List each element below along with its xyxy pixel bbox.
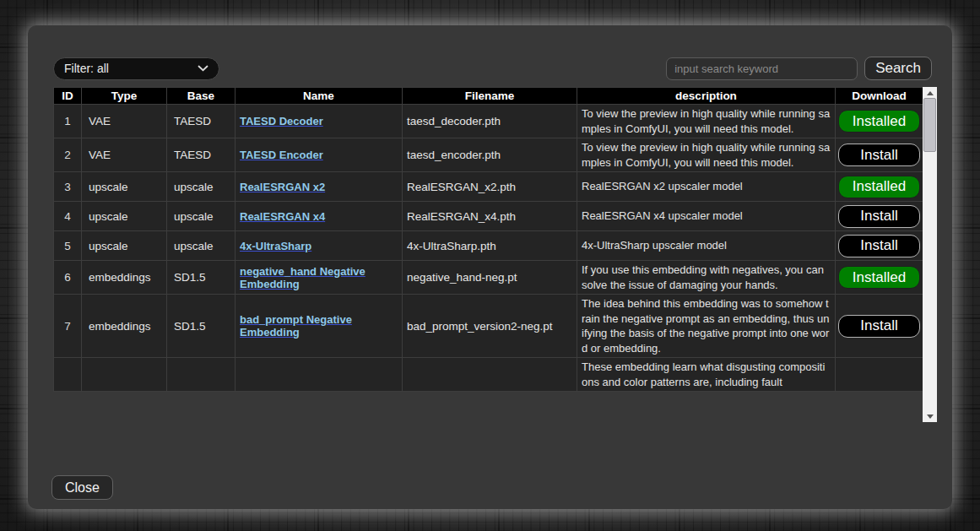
row-description-cell: 4x-UltraSharp upscaler model (577, 231, 836, 261)
model-name-link[interactable]: RealESRGAN x4 (240, 210, 325, 223)
model-name-link[interactable]: TAESD Encoder (240, 149, 323, 161)
row-filename-cell: taesd_decoder.pth (403, 105, 577, 138)
row-base-cell: SD1.5 (167, 295, 236, 358)
chevron-down-icon (198, 65, 208, 72)
column-header-id: ID (54, 88, 82, 105)
table-row: 4upscaleupscaleRealESRGAN x4RealESRGAN_x… (54, 202, 923, 231)
close-button[interactable]: Close (51, 475, 113, 500)
column-header-name: Name (236, 88, 403, 105)
dialog-topbar: Filter: all Search (53, 57, 932, 80)
row-description-cell: These embedding learn what disgusting co… (577, 358, 836, 392)
row-type-cell (82, 358, 167, 392)
row-id-cell: 5 (54, 231, 82, 261)
row-type-cell: VAE (82, 105, 167, 138)
row-download-cell: Installed (836, 105, 923, 138)
model-table-area: IDTypeBaseNameFilenamedescriptionDownloa… (53, 87, 937, 422)
table-row: 2VAETAESDTAESD Encodertaesd_encoder.pthT… (54, 138, 923, 172)
model-table-viewport: IDTypeBaseNameFilenamedescriptionDownloa… (53, 87, 923, 422)
column-header-description: description (577, 88, 836, 105)
installed-button[interactable]: Installed (838, 176, 920, 198)
row-filename-cell: bad_prompt_version2-neg.pt (403, 295, 577, 358)
row-base-cell (167, 358, 236, 392)
filter-select-value: Filter: all (64, 62, 109, 75)
scrollbar-track[interactable] (923, 87, 937, 422)
row-name-cell: 4x-UltraSharp (236, 231, 403, 261)
column-header-filename: Filename (403, 88, 577, 105)
row-name-cell: TAESD Decoder (236, 105, 403, 138)
row-id-cell: 7 (54, 295, 82, 358)
model-manager-dialog: Filter: all Search IDTypeBaseNameFilenam… (28, 25, 952, 509)
install-button[interactable]: Install (838, 205, 920, 228)
table-row: 5upscaleupscale4x-UltraSharp4x-UltraShar… (54, 231, 923, 261)
scrollbar-up-icon[interactable] (923, 87, 937, 99)
column-header-download: Download (836, 88, 923, 105)
search-input[interactable] (666, 57, 858, 80)
row-id-cell (54, 358, 82, 392)
row-download-cell: Install (836, 295, 923, 358)
row-download-cell: Install (836, 231, 923, 261)
row-description-cell: RealESRGAN x4 upscaler model (577, 202, 836, 231)
model-name-link[interactable]: TAESD Decoder (240, 115, 323, 127)
row-download-cell: Installed (836, 261, 923, 295)
row-type-cell: upscale (82, 172, 167, 202)
model-name-link[interactable]: negative_hand Negative Embedding (240, 265, 365, 290)
row-download-cell (836, 358, 923, 392)
row-description-cell: If you use this embedding with negatives… (577, 261, 836, 295)
installed-button[interactable]: Installed (838, 110, 920, 133)
model-name-link[interactable]: RealESRGAN x2 (240, 181, 325, 193)
row-id-cell: 3 (54, 172, 82, 202)
install-button[interactable]: Install (838, 144, 920, 166)
row-type-cell: embeddings (82, 295, 167, 358)
row-base-cell: upscale (167, 172, 236, 202)
row-id-cell: 1 (54, 105, 82, 138)
row-id-cell: 6 (54, 261, 82, 295)
column-header-base: Base (167, 88, 236, 105)
row-base-cell: SD1.5 (167, 261, 236, 295)
row-description-cell: To view the preview in high quality whil… (577, 138, 836, 172)
model-name-link[interactable]: bad_prompt Negative Embedding (240, 313, 352, 339)
row-id-cell: 2 (54, 138, 82, 172)
row-name-cell: RealESRGAN x4 (236, 202, 403, 231)
row-download-cell: Install (836, 138, 923, 172)
row-name-cell: bad_prompt Negative Embedding (236, 295, 403, 358)
row-description-cell: The idea behind this embedding was to so… (577, 295, 836, 358)
row-filename-cell (403, 358, 577, 392)
table-row: 6embeddingsSD1.5negative_hand Negative E… (54, 261, 923, 295)
row-base-cell: upscale (167, 231, 236, 261)
filter-select[interactable]: Filter: all (53, 57, 219, 80)
model-table: IDTypeBaseNameFilenamedescriptionDownloa… (53, 87, 923, 392)
table-row: These embedding learn what disgusting co… (54, 358, 923, 392)
row-description-cell: To view the preview in high quality whil… (577, 105, 836, 138)
row-type-cell: upscale (82, 231, 167, 261)
scrollbar-down-icon[interactable] (923, 410, 937, 422)
row-name-cell (236, 358, 403, 392)
search-button[interactable]: Search (864, 57, 932, 80)
search-group: Search (666, 57, 932, 80)
row-name-cell: TAESD Encoder (236, 138, 403, 172)
row-type-cell: VAE (82, 138, 167, 172)
row-filename-cell: taesd_encoder.pth (403, 138, 577, 172)
install-button[interactable]: Install (838, 235, 920, 257)
install-button[interactable]: Install (838, 315, 920, 338)
scrollbar-thumb[interactable] (923, 98, 936, 152)
row-base-cell: TAESD (167, 105, 236, 138)
table-row: 3upscaleupscaleRealESRGAN x2RealESRGAN_x… (54, 172, 923, 202)
row-download-cell: Installed (836, 172, 923, 202)
row-download-cell: Install (836, 202, 923, 231)
row-name-cell: RealESRGAN x2 (236, 172, 403, 202)
row-filename-cell: RealESRGAN_x4.pth (403, 202, 577, 231)
row-id-cell: 4 (54, 202, 82, 231)
row-type-cell: upscale (82, 202, 167, 231)
table-row: 1VAETAESDTAESD Decodertaesd_decoder.pthT… (54, 105, 923, 138)
model-table-body: 1VAETAESDTAESD Decodertaesd_decoder.pthT… (54, 105, 923, 392)
table-row: 7embeddingsSD1.5bad_prompt Negative Embe… (54, 295, 923, 358)
row-description-cell: RealESRGAN x2 upscaler model (577, 172, 836, 202)
column-header-type: Type (82, 88, 167, 105)
row-base-cell: TAESD (167, 138, 236, 172)
row-filename-cell: negative_hand-neg.pt (403, 261, 577, 295)
row-filename-cell: RealESRGAN_x2.pth (403, 172, 577, 202)
installed-button[interactable]: Installed (838, 266, 920, 289)
row-filename-cell: 4x-UltraSharp.pth (403, 231, 577, 261)
row-type-cell: embeddings (82, 261, 167, 295)
model-name-link[interactable]: 4x-UltraSharp (240, 240, 311, 252)
